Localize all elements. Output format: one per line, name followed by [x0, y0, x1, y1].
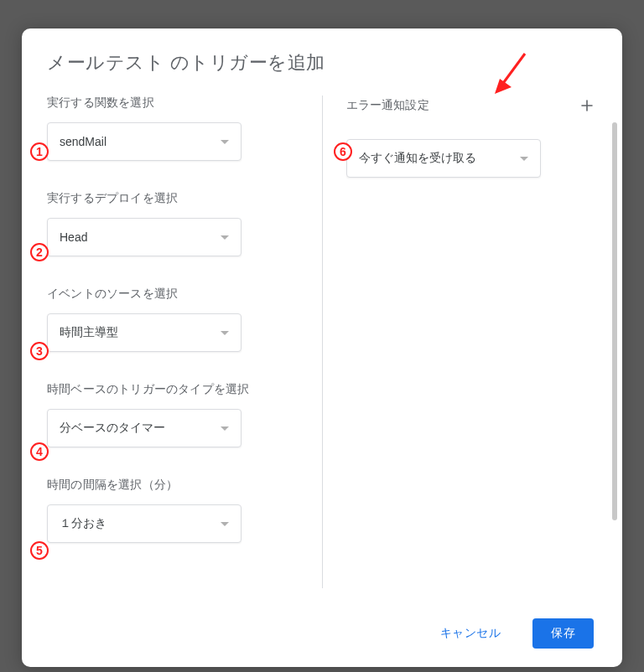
dropdown-trigger-type[interactable]: 分ベースのタイマー	[47, 409, 242, 447]
annotation-marker-2: 2	[30, 243, 49, 261]
dropdown-interval[interactable]: １分おき	[47, 504, 242, 543]
add-trigger-modal: メールテスト のトリガーを追加 実行する関数を選択 sendMail 実行するデ…	[22, 28, 622, 667]
left-column: 実行する関数を選択 sendMail 実行するデプロイを選択 Head イベント…	[47, 85, 322, 605]
annotation-marker-4: 4	[30, 442, 49, 461]
chevron-down-icon	[221, 331, 229, 335]
label-function: 実行する関数を選択	[47, 96, 299, 111]
plus-icon	[580, 99, 594, 112]
svg-marker-1	[495, 79, 512, 94]
annotation-marker-3: 3	[30, 342, 49, 360]
save-button[interactable]: 保存	[532, 618, 594, 649]
chevron-down-icon	[221, 522, 229, 526]
svg-line-0	[501, 54, 525, 85]
modal-body: 実行する関数を選択 sendMail 実行するデプロイを選択 Head イベント…	[22, 85, 622, 605]
label-deploy: 実行するデプロイを選択	[47, 191, 299, 206]
scrollbar-thumb[interactable]	[612, 122, 617, 520]
chevron-down-icon	[221, 235, 229, 240]
dropdown-deploy-value: Head	[60, 230, 87, 244]
dropdown-trigger-type-value: 分ベースのタイマー	[60, 421, 165, 436]
chevron-down-icon	[520, 157, 528, 161]
add-notification-button[interactable]	[577, 96, 597, 116]
dropdown-notify-value: 今すぐ通知を受け取る	[359, 151, 476, 166]
notify-header-row: エラー通知設定	[346, 96, 598, 116]
dropdown-interval-value: １分おき	[60, 516, 106, 531]
annotation-arrow-icon	[491, 49, 533, 99]
scrollbar[interactable]	[612, 122, 617, 555]
chevron-down-icon	[221, 426, 229, 431]
modal-footer: キャンセル 保存	[22, 605, 622, 667]
label-interval: 時間の間隔を選択（分）	[47, 478, 299, 493]
dropdown-function-value: sendMail	[60, 135, 106, 148]
cancel-button[interactable]: キャンセル	[430, 619, 512, 648]
annotation-marker-5: 5	[30, 541, 49, 560]
right-column: エラー通知設定 今すぐ通知を受け取る	[323, 85, 598, 605]
annotation-marker-6: 6	[334, 142, 352, 161]
dropdown-deploy[interactable]: Head	[47, 218, 242, 256]
label-source: イベントのソースを選択	[47, 287, 299, 302]
dropdown-source[interactable]: 時間主導型	[47, 313, 242, 352]
annotation-marker-1: 1	[30, 142, 49, 161]
dropdown-function[interactable]: sendMail	[47, 122, 242, 161]
label-trigger-type: 時間ベースのトリガーのタイプを選択	[47, 382, 299, 397]
label-notify: エラー通知設定	[346, 98, 429, 113]
dropdown-source-value: 時間主導型	[60, 325, 118, 340]
chevron-down-icon	[221, 140, 229, 144]
dropdown-notify[interactable]: 今すぐ通知を受け取る	[346, 139, 541, 178]
